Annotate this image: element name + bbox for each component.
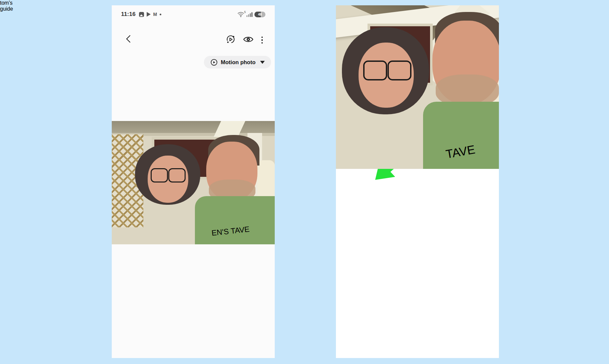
glasses-left-lens (363, 61, 387, 80)
man-green-shirt (195, 196, 275, 244)
logo-line2: guide (0, 6, 609, 12)
motion-photo-play-icon[interactable] (226, 34, 236, 46)
left-screenshot: 11:16 M 5 48 (112, 5, 275, 358)
notification-icons: M (139, 12, 162, 17)
motion-photo-dropdown[interactable]: Motion photo (204, 56, 271, 68)
logo-line1: tom's (0, 0, 609, 6)
wifi-icon: 5 (237, 11, 244, 17)
woman-striped-shirt (112, 198, 208, 244)
system-status-icons: 5 48 (237, 11, 265, 17)
page-background: 11:16 M 5 48 (0, 0, 609, 364)
back-button[interactable] (124, 34, 134, 44)
pergola-beam (112, 121, 275, 133)
glasses-right-lens (168, 168, 186, 182)
glasses-right-lens (387, 61, 411, 80)
eye-icon[interactable] (243, 34, 254, 46)
more-notifications-dot-icon (160, 14, 161, 15)
battery-percent: 48 (254, 12, 265, 17)
right-screenshot: TAVE Choose best face Remaster Live effe… (336, 5, 499, 358)
wifi-gen-label: 5 (244, 10, 246, 14)
play-circle-icon (210, 59, 218, 66)
signal-icon (246, 12, 252, 17)
gallery-notification-icon (139, 12, 144, 17)
battery-icon: 48 (254, 12, 265, 17)
status-time: 11:16 (121, 11, 136, 18)
detail-view-image[interactable]: TAVE (336, 5, 499, 169)
play-notification-icon (147, 12, 151, 17)
woman-striped-shirt (336, 107, 436, 169)
toms-guide-logo: tom's guide (0, 0, 609, 12)
top-actions (226, 34, 264, 46)
chevron-down-icon (260, 61, 265, 64)
status-bar: 11:16 M 5 48 (121, 11, 265, 18)
gmail-icon: M (153, 12, 157, 17)
motion-photo-label: Motion photo (221, 59, 255, 65)
more-options-icon[interactable] (261, 36, 264, 45)
glasses-left-lens (151, 168, 168, 182)
photo-viewer-image[interactable]: EN'S TAVE (112, 121, 275, 244)
